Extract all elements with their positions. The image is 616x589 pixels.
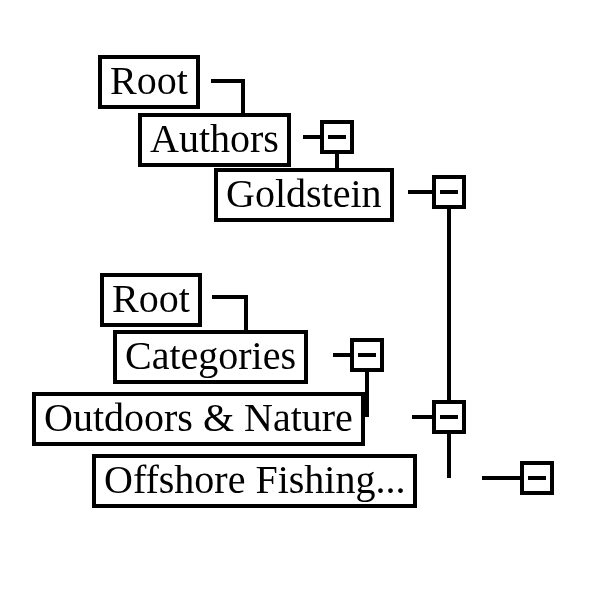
- tree2-offshore-toggle[interactable]: [520, 461, 554, 495]
- tree2-outdoors-toggle[interactable]: [432, 400, 466, 434]
- tree1-root-node: Root: [98, 55, 200, 109]
- tree1-authors-toggle[interactable]: [320, 120, 354, 154]
- tree2-root-node: Root: [100, 273, 202, 327]
- tree1-goldstein-node[interactable]: Goldstein: [214, 168, 394, 222]
- tree2-outdoors-node[interactable]: Outdoors & Nature: [32, 392, 365, 446]
- tree1-authors-node[interactable]: Authors: [138, 113, 291, 167]
- tree2-categories-node[interactable]: Categories: [113, 330, 308, 384]
- tree2-offshore-node[interactable]: Offshore Fishing...: [92, 454, 417, 508]
- tree2-categories-toggle[interactable]: [350, 338, 384, 372]
- tree1-goldstein-toggle[interactable]: [432, 175, 466, 209]
